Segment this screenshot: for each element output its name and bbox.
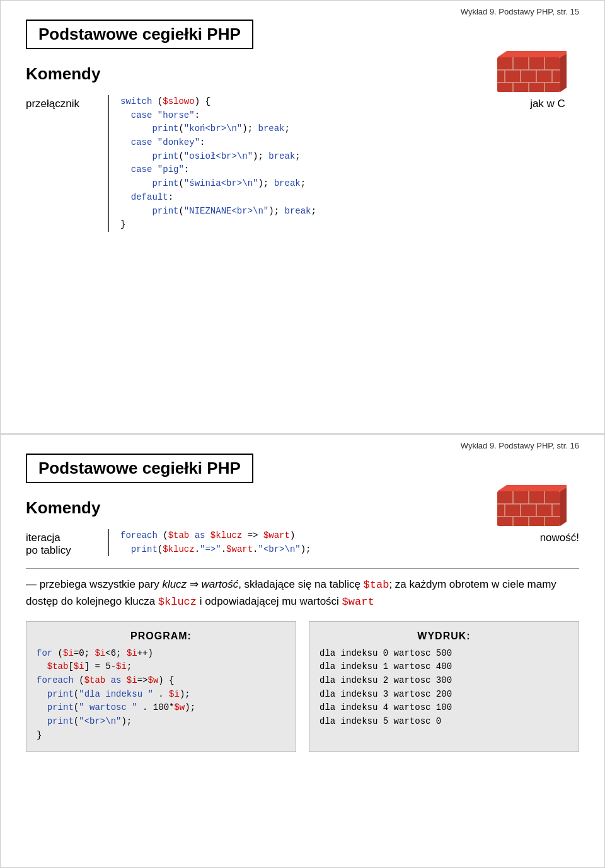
slide1-code-col: switch ($slowo) { case "horse": print("k…: [108, 95, 504, 232]
program-title: PROGRAM:: [37, 631, 285, 642]
program-code: for ($i=0; $i<6; $i++) $tab[$i] = 5-$i; …: [37, 647, 285, 743]
slide1-content-row: przełącznik switch ($slowo) { case "hors…: [26, 95, 579, 232]
slide2-iter-label2: po tablicy: [26, 544, 101, 557]
slide2-foreach-code-col: foreach ($tab as $klucz => $wart) print(…: [108, 529, 533, 556]
svg-marker-1: [497, 51, 567, 57]
slide2-description: — przebiega wszystkie pary klucz ⇒ warto…: [26, 576, 579, 611]
svg-marker-17: [560, 485, 567, 526]
wydruk-box: WYDRUK: dla indeksu 0 wartosc 500 dla in…: [309, 621, 579, 752]
slide1-header: Wykład 9. Podstawy PHP, str. 15: [461, 7, 579, 16]
svg-marker-16: [497, 485, 567, 491]
program-box: PROGRAM: for ($i=0; $i<6; $i++) $tab[$i]…: [26, 621, 296, 752]
separator: [26, 568, 579, 569]
slide2-right-label: nowość!: [533, 529, 579, 544]
slide2-header: Wykład 9. Podstawy PHP, str. 16: [461, 441, 579, 450]
slide-1: Wykład 9. Podstawy PHP, str. 15 Podstawo…: [0, 0, 605, 434]
svg-marker-2: [560, 51, 567, 92]
slide1-title: Podstawowe cegiełki PHP: [26, 20, 579, 60]
brick-icon-1: [497, 51, 567, 95]
slide1-code-block: switch ($slowo) { case "horse": print("k…: [120, 95, 504, 232]
slide2-iter-labels: iteracja po tablicy: [26, 529, 108, 557]
brick-icon-2: [497, 485, 567, 529]
slide2-title: Podstawowe cegiełki PHP: [26, 454, 579, 494]
slide1-title-text: Podstawowe cegiełki PHP: [26, 20, 253, 49]
slide2-two-col: PROGRAM: for ($i=0; $i<6; $i++) $tab[$i]…: [26, 621, 579, 752]
slide1-label: przełącznik: [26, 95, 108, 110]
slide2-content-row: iteracja po tablicy foreach ($tab as $kl…: [26, 529, 579, 557]
slide2-section: Komendy: [26, 498, 579, 518]
slide2-foreach-code: foreach ($tab as $klucz => $wart) print(…: [120, 529, 533, 556]
slide2-title-text: Podstawowe cegiełki PHP: [26, 454, 253, 483]
wydruk-title: WYDRUK:: [320, 631, 568, 642]
slide-2: Wykład 9. Podstawy PHP, str. 16 Podstawo…: [0, 434, 605, 868]
slide2-iter-label1: iteracja: [26, 532, 101, 544]
wydruk-lines: dla indeksu 0 wartosc 500 dla indeksu 1 …: [320, 647, 568, 729]
slide1-section: Komendy: [26, 64, 579, 84]
slide1-right-label: jak w C: [504, 95, 579, 110]
